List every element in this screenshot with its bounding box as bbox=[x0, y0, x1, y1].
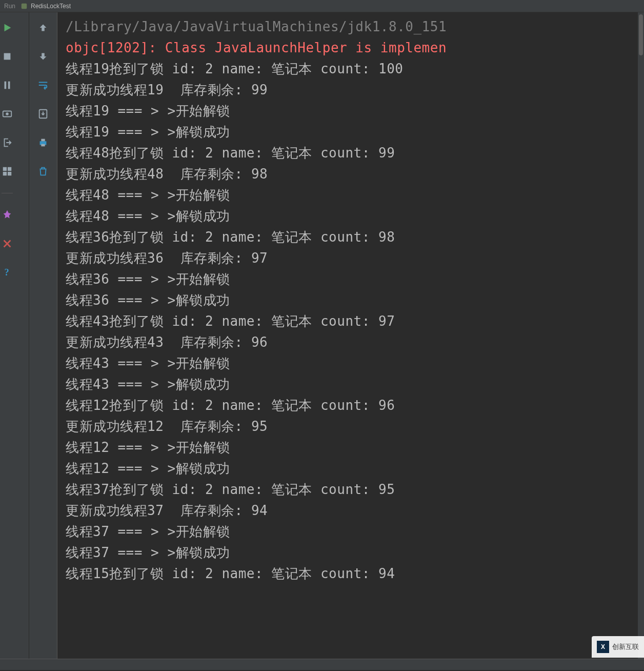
status-bar bbox=[0, 659, 644, 670]
svg-text:?: ? bbox=[5, 267, 9, 278]
vertical-scrollbar[interactable] bbox=[638, 12, 644, 659]
run-config-name: RedisLockTest bbox=[31, 3, 71, 10]
console-line: 线程15抢到了锁 id: 2 name: 笔记本 count: 94 bbox=[66, 563, 644, 584]
console-line: 线程36 === > >解锁成功 bbox=[66, 290, 644, 311]
svg-rect-1 bbox=[4, 53, 11, 60]
console-line: 线程36抢到了锁 id: 2 name: 笔记本 count: 98 bbox=[66, 227, 644, 248]
console-line: 线程36 === > >开始解锁 bbox=[66, 269, 644, 290]
svg-rect-2 bbox=[5, 82, 7, 89]
exit-button[interactable] bbox=[0, 133, 17, 152]
svg-rect-13 bbox=[41, 139, 45, 142]
scroll-to-end-button[interactable] bbox=[33, 105, 53, 123]
run-toolbar-left: ? bbox=[0, 12, 29, 659]
run-label: Run bbox=[4, 3, 15, 10]
console-line: 线程48 === > >解锁成功 bbox=[66, 206, 644, 227]
console-line: 线程19抢到了锁 id: 2 name: 笔记本 count: 100 bbox=[66, 58, 644, 80]
console-line: 线程12 === > >解锁成功 bbox=[66, 458, 644, 479]
up-stack-button[interactable] bbox=[33, 18, 53, 37]
pause-button[interactable] bbox=[0, 76, 17, 94]
svg-point-5 bbox=[6, 112, 9, 115]
pin-button[interactable] bbox=[0, 206, 17, 224]
console-line: objc[1202]: Class JavaLaunchHelper is im… bbox=[66, 37, 644, 58]
run-tool-window: ? /Library/Java/JavaVirtualMachines/j bbox=[0, 12, 644, 659]
console-line: 更新成功线程12 库存剩余: 95 bbox=[66, 416, 644, 437]
console-line: 线程37 === > >开始解锁 bbox=[66, 521, 644, 542]
console-line: 更新成功线程37 库存剩余: 94 bbox=[66, 500, 644, 521]
run-tool-header: Run RedisLockTest bbox=[0, 0, 644, 12]
console-line: 更新成功线程36 库存剩余: 97 bbox=[66, 248, 644, 269]
close-button[interactable] bbox=[0, 234, 17, 253]
stop-button[interactable] bbox=[0, 47, 17, 66]
console-line: 更新成功线程19 库存剩余: 99 bbox=[66, 80, 644, 101]
separator bbox=[2, 193, 13, 193]
console-line: 线程19 === > >开始解锁 bbox=[66, 101, 644, 122]
console-line: 线程37 === > >解锁成功 bbox=[66, 542, 644, 563]
console-line: /Library/Java/JavaVirtualMachines/jdk1.8… bbox=[66, 16, 644, 37]
down-stack-button[interactable] bbox=[33, 47, 53, 66]
svg-rect-7 bbox=[8, 167, 11, 171]
rerun-button[interactable] bbox=[0, 18, 17, 37]
print-button[interactable] bbox=[33, 133, 53, 152]
help-button[interactable]: ? bbox=[0, 263, 17, 282]
console-output[interactable]: /Library/Java/JavaVirtualMachines/jdk1.8… bbox=[57, 12, 644, 659]
console-line: 更新成功线程43 库存剩余: 96 bbox=[66, 332, 644, 353]
soft-wrap-button[interactable] bbox=[33, 76, 53, 94]
console-line: 线程48 === > >开始解锁 bbox=[66, 185, 644, 206]
layout-button[interactable] bbox=[0, 162, 17, 181]
console-line: 线程43 === > >解锁成功 bbox=[66, 374, 644, 395]
svg-rect-9 bbox=[8, 172, 11, 175]
console-line: 更新成功线程48 库存剩余: 98 bbox=[66, 164, 644, 185]
console-line: 线程19 === > >解锁成功 bbox=[66, 122, 644, 143]
console-line: 线程43抢到了锁 id: 2 name: 笔记本 count: 97 bbox=[66, 311, 644, 332]
svg-rect-14 bbox=[41, 144, 45, 147]
watermark-logo-icon: X bbox=[597, 641, 609, 653]
console-line: 线程37抢到了锁 id: 2 name: 笔记本 count: 95 bbox=[66, 479, 644, 500]
svg-rect-0 bbox=[22, 3, 27, 9]
console-line: 线程12抢到了锁 id: 2 name: 笔记本 count: 96 bbox=[66, 395, 644, 416]
svg-rect-6 bbox=[3, 167, 7, 171]
svg-rect-8 bbox=[3, 172, 7, 175]
watermark: X 创新互联 bbox=[592, 636, 644, 658]
console-line: 线程43 === > >开始解锁 bbox=[66, 353, 644, 374]
run-config-icon bbox=[21, 3, 28, 10]
console-toolbar bbox=[29, 12, 57, 659]
watermark-text: 创新互联 bbox=[612, 642, 639, 652]
clear-all-button[interactable] bbox=[33, 162, 53, 181]
scrollbar-thumb[interactable] bbox=[639, 14, 643, 55]
console-line: 线程12 === > >开始解锁 bbox=[66, 437, 644, 458]
svg-rect-3 bbox=[8, 82, 10, 89]
console-line: 线程48抢到了锁 id: 2 name: 笔记本 count: 99 bbox=[66, 143, 644, 164]
dump-threads-button[interactable] bbox=[0, 105, 17, 123]
